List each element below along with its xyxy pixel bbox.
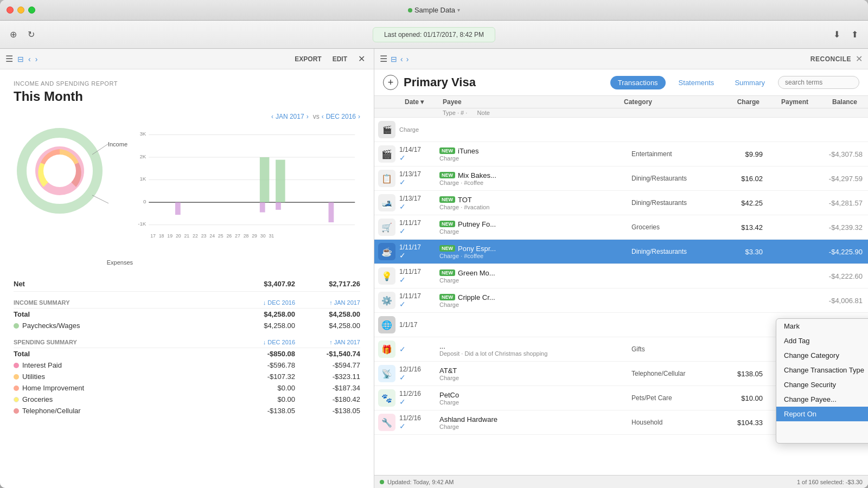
tab-statements[interactable]: Statements: [671, 76, 722, 89]
date-nav-right-arrow[interactable]: ›: [307, 113, 309, 120]
expenses-label: Expenses: [107, 259, 133, 266]
svg-rect-15: [260, 157, 270, 202]
ctx-add-tag[interactable]: Add Tag ▶: [776, 333, 868, 348]
date-nav-prev-right[interactable]: ›: [358, 113, 360, 120]
add-transaction-button[interactable]: +: [383, 75, 398, 90]
main-window: Sample Data ▾ ⊕ ↻ Last opened: 01/17/201…: [0, 0, 868, 488]
table-row[interactable]: 💡 1/11/17 ✓ NEW Green Mo... Charge: [374, 264, 868, 288]
bar-chart: 3K 2K 1K 0 -1K: [133, 125, 360, 277]
maximize-button[interactable]: [28, 7, 35, 14]
income-section-header: INCOME SUMMARY ↓ DEC 2016 ↑ JAN 2017: [14, 297, 360, 308]
table-row[interactable]: ⚙️ 1/11/17 ✓ NEW Cripple Cr... Charge: [374, 288, 868, 313]
svg-text:1K: 1K: [139, 176, 146, 182]
download-button[interactable]: ⬇: [830, 27, 844, 42]
close-left-panel[interactable]: ✕: [355, 52, 368, 66]
col-balance-header: Balance: [808, 98, 863, 106]
new-badge: NEW: [439, 294, 455, 300]
svg-text:21: 21: [184, 233, 190, 239]
reconcile-button[interactable]: RECONCILE: [810, 55, 851, 63]
last-opened-badge: Last opened: 01/17/2017, 8:42 PM: [373, 27, 495, 42]
toolbar-left: ⊕ ↻: [7, 27, 38, 42]
new-badge: NEW: [439, 196, 455, 203]
toolbar-center: Last opened: 01/17/2017, 8:42 PM: [373, 27, 495, 42]
window-title: Sample Data ▾: [408, 6, 460, 14]
tab-summary[interactable]: Summary: [727, 76, 773, 89]
spending-row-4: Telephone/Cellular -$138.05 -$138.05: [14, 405, 360, 416]
date-nav-left-arrow[interactable]: ‹: [271, 113, 273, 120]
edit-button[interactable]: EDIT: [329, 52, 350, 66]
tx-icon: 💡: [378, 267, 395, 285]
status-right-text: 1 of 160 selected: -$3.30: [797, 479, 863, 485]
svg-text:18: 18: [159, 233, 164, 239]
svg-rect-16: [276, 160, 285, 202]
table-row-selected[interactable]: ☕ 1/11/17 ✓ NEW Pony Espr... Charge · #c…: [374, 240, 868, 264]
new-badge: NEW: [439, 245, 455, 252]
spending-row-3: Groceries $0.00 -$180.42: [14, 394, 360, 405]
tx-icon: ☕: [378, 243, 395, 260]
svg-text:28: 28: [244, 233, 249, 239]
svg-text:17: 17: [150, 233, 156, 239]
right-nav-next[interactable]: ›: [406, 55, 409, 63]
svg-rect-20: [329, 202, 334, 222]
table-header: Date ▾ Payee Category Charge Payment Bal…: [374, 96, 868, 108]
table-row[interactable]: 🎬 1/14/17 ✓ NEW iTunes Charge: [374, 142, 868, 166]
svg-text:19: 19: [167, 233, 173, 239]
account-header: + Primary Visa Transactions Statements S…: [374, 69, 868, 96]
right-nav-prev[interactable]: ‹: [400, 55, 403, 63]
sidebar-toggle[interactable]: ☰: [5, 54, 13, 64]
title-bar: Sample Data ▾: [0, 0, 868, 21]
close-right-panel[interactable]: ✕: [856, 54, 863, 64]
col-category-header: Category: [624, 98, 711, 106]
tx-icon: 🐾: [378, 389, 395, 407]
svg-text:25: 25: [218, 233, 224, 239]
tx-icon: 🔧: [378, 414, 395, 431]
close-button[interactable]: [7, 7, 14, 14]
add-button[interactable]: ⊕: [7, 27, 20, 42]
title-dot: [408, 8, 412, 12]
right-panel: ☰ ⊟ ‹ › RECONCILE ✕ + Primary Visa Trans…: [374, 49, 868, 488]
income-paychecks-row: Paychecks/Wages $4,258.00 $4,258.00: [14, 320, 360, 331]
tx-icon: ⚙️: [378, 292, 395, 309]
search-input[interactable]: [778, 76, 859, 89]
col-date-header[interactable]: Date ▾: [405, 98, 443, 106]
chart-area: Income Expenses: [14, 125, 360, 277]
ctx-change-security[interactable]: Change Security ▶: [776, 377, 868, 392]
minimize-button[interactable]: [17, 7, 24, 14]
left-nav-prev[interactable]: ‹: [28, 55, 31, 63]
main-content: ☰ ⊟ ‹ › EXPORT EDIT ✕ INCOME AND SPENDIN…: [0, 49, 868, 488]
svg-text:26: 26: [226, 233, 232, 239]
refresh-button[interactable]: ↻: [24, 27, 38, 42]
ctx-change-payee[interactable]: Change Payee...: [776, 392, 868, 407]
svg-text:24: 24: [209, 233, 215, 239]
col-payment-header: Payment: [760, 98, 808, 106]
right-toolbar: ☰ ⊟ ‹ › RECONCILE ✕: [374, 49, 868, 69]
right-panel-toggle[interactable]: ⊟: [391, 55, 397, 63]
spending-section-header: SPENDING SUMMARY ↓ DEC 2016 ↑ JAN 2017: [14, 337, 360, 348]
col-payee-header: Payee: [443, 98, 624, 106]
share-button[interactable]: ⬆: [848, 27, 861, 42]
table-row[interactable]: 🛒 1/11/17 ✓ NEW Putney Fo... Charge: [374, 215, 868, 240]
sub-header: Type · # · Note: [374, 108, 868, 118]
new-badge: NEW: [439, 269, 455, 276]
left-toolbar: ☰ ⊟ ‹ › EXPORT EDIT ✕: [0, 49, 374, 69]
right-sidebar-toggle[interactable]: ☰: [380, 54, 387, 64]
ctx-mark[interactable]: Mark ▶: [776, 319, 868, 333]
date-nav-prev-left[interactable]: ‹: [322, 113, 324, 120]
tx-icon: 🎁: [378, 341, 395, 358]
ctx-report-on[interactable]: Report On ▶: [776, 407, 868, 421]
ctx-change-category[interactable]: Change Category ▶: [776, 348, 868, 363]
export-button[interactable]: EXPORT: [291, 52, 324, 66]
table-row[interactable]: 🎿 1/13/17 ✓ NEW TOT Charge · #vacation: [374, 191, 868, 215]
table-row[interactable]: 🎬 Charge: [374, 118, 868, 142]
svg-text:22: 22: [193, 233, 198, 239]
transactions-table: Date ▾ Payee Category Charge Payment Bal…: [374, 96, 868, 475]
ctx-change-tx-type[interactable]: Change Transaction Type ▶: [776, 363, 868, 377]
svg-rect-17: [175, 202, 181, 215]
tx-icon-cell: ⚙️: [374, 288, 399, 312]
left-nav-next[interactable]: ›: [35, 55, 38, 63]
home-improvement-color: [14, 386, 19, 391]
prev-panel-button[interactable]: ⊟: [17, 55, 24, 63]
table-row[interactable]: 📋 1/13/17 ✓ NEW Mix Bakes... Charge · #c…: [374, 166, 868, 191]
tab-transactions[interactable]: Transactions: [610, 76, 666, 89]
income-label: Income: [108, 141, 127, 147]
